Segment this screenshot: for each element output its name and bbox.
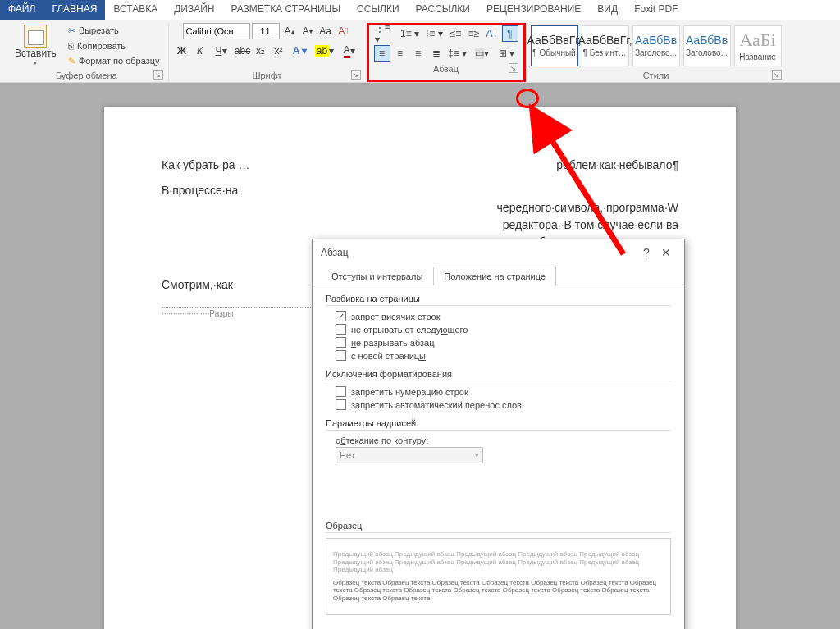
change-case-button[interactable]: Aa <box>317 23 334 39</box>
dialog-tabs: Отступы и интервалы Положение на страниц… <box>313 266 684 285</box>
dialog-close-button[interactable]: ✕ <box>656 246 676 259</box>
group-styles-label: Стили ↘ <box>531 68 782 82</box>
font-size-combo[interactable] <box>252 23 280 39</box>
preview-box: Предыдущий абзац Предыдущий абзац Предыд… <box>326 538 671 615</box>
align-center-button[interactable]: ≡ <box>392 45 409 62</box>
keepnext-checkbox[interactable] <box>336 324 346 335</box>
tab-design[interactable]: ДИЗАЙН <box>166 0 222 20</box>
style-normal-sample: АаБбВвГг, <box>527 34 581 47</box>
section-pagination-title: Разбивка на страницы <box>326 294 671 306</box>
dialog-titlebar[interactable]: Абзац ? ✕ <box>313 239 684 266</box>
dialog-body: Разбивка на страницы ззапрет висячих стр… <box>313 285 684 629</box>
widow-checkbox[interactable] <box>336 311 346 321</box>
clipboard-launcher-icon[interactable]: ↘ <box>153 70 163 80</box>
paste-label: Вставить <box>15 48 57 59</box>
paste-button[interactable]: Вставить ▾ <box>10 23 62 68</box>
style-title[interactable]: АаБі Название <box>734 25 782 66</box>
dialog-tab-pagination[interactable]: Положение на странице <box>433 267 556 285</box>
group-paragraph-label: Абзац ↘ <box>374 62 518 75</box>
align-left-button[interactable]: ≡ <box>374 45 390 62</box>
group-clipboard-label: Буфер обмена ↘ <box>10 68 163 82</box>
section-preview-title: Образец <box>326 521 671 533</box>
numbering-button[interactable]: 1≡ ▾ <box>399 25 422 42</box>
bullets-button[interactable]: ⋮≡ ▾ <box>374 25 397 42</box>
style-nospacing-caption: ¶ Без инте... <box>583 48 628 57</box>
tab-references[interactable]: ССЫЛКИ <box>349 0 407 20</box>
underline-button[interactable]: Ч ▾ <box>210 43 233 59</box>
tab-mailings[interactable]: РАССЫЛКИ <box>408 0 478 20</box>
tab-foxit[interactable]: Foxit PDF <box>626 0 686 20</box>
copy-icon: ⎘ <box>68 41 74 51</box>
cut-label: Вырезать <box>79 25 119 35</box>
tab-layout[interactable]: РАЗМЕТКА СТРАНИЦЫ <box>223 0 349 20</box>
subscript-button[interactable]: x₂ <box>253 43 269 59</box>
section-format-title: Исключения форматирования <box>326 369 671 381</box>
paragraph-launcher-icon[interactable]: ↘ <box>509 63 518 73</box>
nohyphen-label: запретить автоматический перенос слов <box>351 400 522 410</box>
clear-format-button[interactable]: A⃠ <box>336 23 352 39</box>
style-heading2-sample: АаБбВв <box>686 34 728 47</box>
ribbon: Вставить ▾ ✂Вырезать ⎘Копировать ✎Формат… <box>0 20 840 83</box>
group-font-label: Шрифт ↘ <box>174 68 361 82</box>
strike-button[interactable]: abc <box>235 43 251 59</box>
tightwrap-label: обтекание по контуру: <box>336 435 671 445</box>
sort-button[interactable]: A↓ <box>484 25 500 42</box>
decrease-indent-button[interactable]: ≤≡ <box>448 25 464 42</box>
preview-sample: Образец текста Образец текста Образец те… <box>333 579 664 603</box>
tab-review[interactable]: РЕЦЕНЗИРОВАНИЕ <box>478 0 589 20</box>
dialog-help-button[interactable]: ? <box>637 246 656 259</box>
multilevel-button[interactable]: ⁝≡ ▾ <box>423 25 446 42</box>
grow-font-button[interactable]: A▴ <box>281 23 298 39</box>
justify-button[interactable]: ≣ <box>428 45 445 62</box>
keeplines-checkbox[interactable] <box>336 337 346 348</box>
tab-home[interactable]: ГЛАВНАЯ <box>43 0 105 20</box>
superscript-button[interactable]: x² <box>271 43 287 59</box>
borders-button[interactable]: ⊞ ▾ <box>495 45 518 62</box>
tightwrap-combo: Нет▾ <box>336 447 483 463</box>
group-paragraph: ⋮≡ ▾ 1≡ ▾ ⁝≡ ▾ ≤≡ ≡≥ A↓ ¶ ≡ ≡ ≡ ≣ ‡≡ ▾ ▭… <box>367 23 526 82</box>
paragraph-dialog: Абзац ? ✕ Отступы и интервалы Положение … <box>312 239 685 629</box>
font-color-button[interactable]: A▾ <box>338 43 361 59</box>
preview-prev: Предыдущий абзац Предыдущий абзац Предыд… <box>333 550 664 574</box>
tab-insert[interactable]: ВСТАВКА <box>105 0 166 20</box>
format-painter-button[interactable]: ✎Формат по образцу <box>65 54 163 68</box>
style-heading1-sample: АаБбВв <box>635 34 677 47</box>
suppressnum-label: запретить нумерацию строк <box>351 387 468 397</box>
suppressnum-checkbox[interactable] <box>336 386 346 397</box>
nohyphen-checkbox[interactable] <box>336 399 346 410</box>
line-spacing-button[interactable]: ‡≡ ▾ <box>446 45 469 62</box>
text-effects-button[interactable]: A ▾ <box>289 43 312 59</box>
menu-tabs: ФАЙЛ ГЛАВНАЯ ВСТАВКА ДИЗАЙН РАЗМЕТКА СТР… <box>0 0 840 20</box>
group-styles: АаБбВвГг, ¶ Обычный АаБбВвГг, ¶ Без инте… <box>526 23 787 82</box>
copy-label: Копировать <box>77 41 126 51</box>
tab-view[interactable]: ВИД <box>589 0 626 20</box>
shading-button[interactable]: ▭▾ <box>471 45 494 62</box>
increase-indent-button[interactable]: ≡≥ <box>466 25 482 42</box>
style-nospacing[interactable]: АаБбВвГг, ¶ Без инте... <box>582 25 629 66</box>
pagebreak-checkbox[interactable] <box>336 350 346 361</box>
style-heading2[interactable]: АаБбВв Заголово... <box>683 25 731 66</box>
shrink-font-button[interactable]: A▾ <box>299 23 316 39</box>
styles-launcher-icon[interactable]: ↘ <box>772 70 782 80</box>
dialog-tab-indents[interactable]: Отступы и интервалы <box>321 267 433 285</box>
style-normal[interactable]: АаБбВвГг, ¶ Обычный <box>531 25 578 66</box>
keepnext-label: не отрывать от следующего <box>351 325 468 335</box>
group-font: A▴ A▾ Aa A⃠ Ж К Ч ▾ abc x₂ x² A ▾ ab▾ A▾… <box>169 23 367 82</box>
font-family-combo[interactable] <box>183 23 250 39</box>
font-launcher-icon[interactable]: ↘ <box>351 70 361 80</box>
style-heading1[interactable]: АаБбВв Заголово... <box>632 25 680 66</box>
group-clipboard: Вставить ▾ ✂Вырезать ⎘Копировать ✎Формат… <box>5 23 169 82</box>
copy-button[interactable]: ⎘Копировать <box>65 39 163 52</box>
cut-button[interactable]: ✂Вырезать <box>65 24 163 38</box>
italic-button[interactable]: К <box>192 43 208 59</box>
show-marks-button[interactable]: ¶ <box>502 25 518 42</box>
highlight-button[interactable]: ab▾ <box>313 43 336 59</box>
chevron-down-icon: ▾ <box>475 451 479 459</box>
tab-file[interactable]: ФАЙЛ <box>0 0 43 20</box>
doc-paragraph: Как·убрать·ра … роблем·как·небывало¶ <box>162 157 678 174</box>
style-title-sample: АаБі <box>739 30 775 51</box>
align-right-button[interactable]: ≡ <box>410 45 427 62</box>
document-area: Как·убрать·ра … роблем·как·небывало¶ В·п… <box>0 83 840 629</box>
dialog-title-text: Абзац <box>321 247 349 258</box>
bold-button[interactable]: Ж <box>174 43 190 59</box>
